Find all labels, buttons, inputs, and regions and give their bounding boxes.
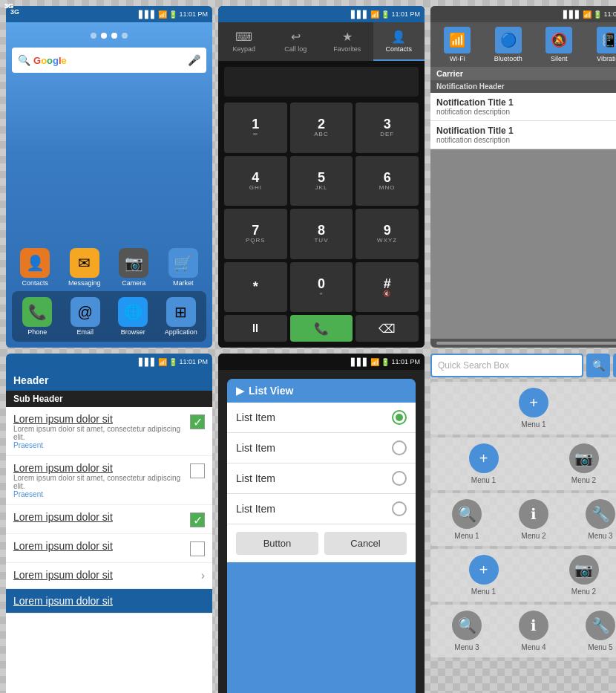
tab-calllog[interactable]: ↩ Call log	[270, 22, 322, 61]
menu-2-1[interactable]: + Menu 1	[469, 443, 499, 484]
mic-icon[interactable]: 🎤	[188, 54, 200, 66]
search-bar-home[interactable]: 🔍 Google 🎤	[12, 48, 206, 73]
delete-button[interactable]: ⌫	[355, 315, 419, 342]
lv-item-4[interactable]: List Item	[227, 494, 416, 524]
quick-wifi[interactable]: 📶 Wi-Fi	[433, 27, 482, 62]
lv-item-1-label: List Item	[236, 411, 275, 423]
dial-8[interactable]: 8TUV	[290, 209, 353, 259]
lv-button-primary[interactable]: Button	[236, 532, 318, 555]
list-item-6-active[interactable]: Lorem ipsum dolor sit	[6, 589, 212, 614]
browser-icon: 🌐	[118, 297, 148, 327]
dot-1[interactable]	[91, 33, 96, 39]
keypad-icon: ⌨	[235, 30, 252, 44]
dial-2[interactable]: 2ABC	[290, 103, 353, 153]
quick-settings: 📶 Wi-Fi 🔵 Bluetooth 🔕 Silent 📳 Vibration	[430, 22, 616, 67]
list-item-2-title: Lorem ipsum dolor sit	[13, 462, 184, 474]
app-contacts[interactable]: 👤 Contacts	[12, 248, 59, 287]
dial-9[interactable]: 9WXYZ	[355, 209, 419, 259]
list-item-2-text: Lorem ipsum dolor sit Lorem ipsum dolor …	[13, 462, 184, 498]
checkbox-3[interactable]: ✓	[190, 513, 205, 527]
tab-contacts[interactable]: 👤 Contacts	[373, 22, 425, 61]
dock-browser[interactable]: 🌐 Browser	[111, 297, 156, 336]
favorites-icon: ★	[342, 30, 353, 44]
silent-quick-label: Silent	[551, 55, 568, 62]
google-logo: Google	[33, 55, 185, 66]
bluetooth-quick-label: Bluetooth	[494, 55, 522, 62]
search-button[interactable]: 🔍	[586, 354, 610, 377]
lv-radio-4[interactable]	[392, 501, 407, 516]
dial-0[interactable]: 0+	[290, 262, 353, 313]
list-item-3[interactable]: Lorem ipsum dolor sit ✓	[6, 505, 212, 534]
quick-bluetooth[interactable]: 🔵 Bluetooth	[485, 27, 533, 62]
menu-5-1[interactable]: 🔍 Menu 3	[452, 611, 482, 651]
tab-favorites[interactable]: ★ Favorites	[321, 22, 373, 61]
lv-radio-3[interactable]	[392, 471, 407, 486]
app-messaging[interactable]: ✉ Messaging	[62, 248, 108, 287]
dock-bar: 📞 Phone @ Email 🌐 Browser ⊞ Application	[12, 291, 206, 342]
dock-email[interactable]: @ Email	[63, 297, 108, 336]
call-button[interactable]: 📞	[290, 315, 353, 342]
lv-item-2[interactable]: List Item	[227, 433, 416, 463]
list-item-1[interactable]: Lorem ipsum dolor sit Lorem ipsum dolor …	[6, 407, 212, 456]
signal-icon-5: ▋▋▋	[351, 358, 369, 366]
dial-1[interactable]: 1∞	[224, 103, 287, 153]
tab-keypad[interactable]: ⌨ Keypad	[218, 22, 270, 61]
menu-3-2[interactable]: ℹ Menu 2	[519, 499, 548, 540]
quick-silent[interactable]: 🔕 Silent	[535, 27, 583, 62]
dial-3[interactable]: 3DEF	[355, 103, 419, 153]
dial-hash[interactable]: #🔇	[355, 262, 419, 313]
search-mic-button[interactable]: 🎤	[613, 354, 616, 377]
dial-7[interactable]: 7PQRS	[224, 209, 287, 259]
search-placeholder: Quick Search Box	[438, 360, 509, 371]
menu-1-1[interactable]: + Menu 1	[519, 388, 548, 429]
dock-application[interactable]: ⊞ Application	[159, 297, 204, 336]
lv-radio-1[interactable]	[392, 410, 407, 425]
dial-5[interactable]: 5JKL	[290, 156, 353, 206]
list-item-5-title: Lorem ipsum dolor sit	[13, 569, 195, 581]
menu-4-1[interactable]: + Menu 1	[469, 555, 499, 596]
menu-3-1[interactable]: 🔍 Menu 1	[452, 499, 482, 540]
dial-actions: ⏸ 📞 ⌫	[224, 315, 419, 342]
checkbox-1[interactable]: ✓	[190, 414, 205, 429]
dot-4[interactable]	[122, 33, 128, 39]
time-display-5: 11:01 PM	[391, 358, 420, 365]
menu-2-2[interactable]: 📷 Menu 2	[569, 443, 599, 484]
list-item-4[interactable]: Lorem ipsum dolor sit	[6, 534, 212, 563]
dial-4[interactable]: 4GHI	[224, 156, 287, 206]
menu-3-3[interactable]: 🔧 Menu 3	[586, 499, 615, 540]
menu-grid: + Menu 1 + Menu 1 📷 Menu 2 🔍 Men	[430, 382, 616, 657]
menu-5-3[interactable]: 🔧 Menu 5	[586, 611, 615, 651]
dial-star[interactable]: *	[224, 262, 287, 313]
quick-search-input[interactable]: Quick Search Box	[430, 354, 583, 377]
notification-1[interactable]: Notification Title 1 notification descri…	[430, 93, 616, 121]
app-camera[interactable]: 📷 Camera	[111, 248, 157, 287]
dot-3[interactable]	[111, 33, 117, 39]
list-item-2[interactable]: Lorem ipsum dolor sit Lorem ipsum dolor …	[6, 456, 212, 505]
voicemail-button[interactable]: ⏸	[224, 315, 287, 342]
menu-5-2[interactable]: ℹ Menu 4	[519, 611, 548, 651]
menu-4-2[interactable]: 📷 Menu 2	[569, 555, 599, 596]
checkbox-2[interactable]	[190, 463, 205, 478]
app-grid: 👤 Contacts ✉ Messaging 📷 Camera 🛒 Market	[12, 248, 206, 287]
list-item-6-text: Lorem ipsum dolor sit	[13, 595, 205, 607]
status-bar-4: 3G ▋▋▋ 📶 🔋 11:01 PM	[6, 354, 212, 370]
carrier-label: Carrier	[430, 67, 616, 80]
notification-header: Notification Header	[430, 80, 616, 93]
menu-5-3-label: Menu 5	[588, 643, 612, 651]
lv-button-cancel[interactable]: Cancel	[324, 532, 407, 555]
phone-home-screen: 3G ▋▋▋ 📶 🔋 11:01 PM 🔍 Google 🎤	[6, 6, 212, 348]
app-market[interactable]: 🛒 Market	[160, 248, 207, 287]
dial-6[interactable]: 6MNO	[355, 156, 419, 206]
lv-item-1[interactable]: List Item	[227, 403, 416, 433]
checkbox-4[interactable]	[190, 541, 205, 556]
lv-item-3[interactable]: List Item	[227, 463, 416, 494]
signal-icon-2: ▋▋▋	[351, 10, 369, 19]
notification-2[interactable]: Notification Title 1 notification descri…	[430, 121, 616, 149]
list-item-2-link: Praesent	[13, 490, 184, 498]
dock-phone[interactable]: 📞 Phone	[15, 297, 60, 336]
checklist: Lorem ipsum dolor sit Lorem ipsum dolor …	[6, 407, 212, 693]
list-item-5[interactable]: Lorem ipsum dolor sit ›	[6, 563, 212, 589]
quick-vibration[interactable]: 📳 Vibration	[586, 27, 617, 62]
dot-2[interactable]	[101, 33, 107, 39]
lv-radio-2[interactable]	[392, 440, 407, 455]
